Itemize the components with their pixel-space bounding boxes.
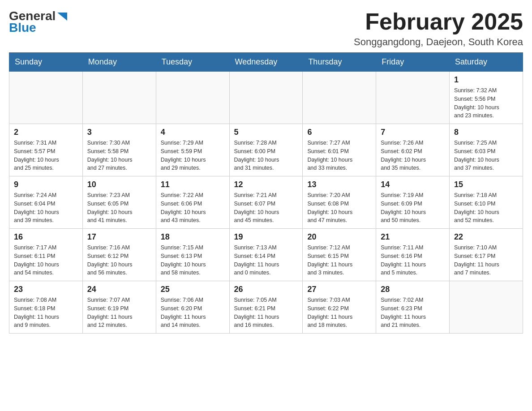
day-number: 4	[161, 128, 225, 137]
day-number: 3	[87, 128, 151, 137]
day-number: 2	[14, 128, 78, 137]
day-number: 28	[381, 285, 445, 294]
day-number: 11	[161, 180, 225, 189]
day-info: Sunrise: 7:18 AMSunset: 6:10 PMDaylight:…	[454, 191, 518, 225]
day-number: 7	[381, 128, 445, 137]
day-number: 26	[234, 285, 298, 294]
day-info: Sunrise: 7:24 AMSunset: 6:04 PMDaylight:…	[14, 191, 78, 225]
calendar-cell: 16Sunrise: 7:17 AMSunset: 6:11 PMDayligh…	[9, 229, 83, 281]
calendar-cell: 12Sunrise: 7:21 AMSunset: 6:07 PMDayligh…	[229, 176, 303, 229]
calendar-cell: 8Sunrise: 7:25 AMSunset: 6:03 PMDaylight…	[450, 124, 523, 176]
day-number: 17	[87, 232, 151, 242]
calendar-cell	[9, 72, 83, 124]
day-info: Sunrise: 7:06 AMSunset: 6:20 PMDaylight:…	[161, 296, 225, 330]
calendar-cell: 28Sunrise: 7:02 AMSunset: 6:23 PMDayligh…	[376, 281, 450, 334]
day-number: 9	[14, 180, 78, 189]
calendar-cell	[450, 281, 523, 334]
calendar-cell: 24Sunrise: 7:07 AMSunset: 6:19 PMDayligh…	[82, 281, 156, 334]
calendar-cell: 7Sunrise: 7:26 AMSunset: 6:02 PMDaylight…	[376, 124, 450, 176]
day-header-saturday: Saturday	[450, 53, 523, 72]
day-info: Sunrise: 7:11 AMSunset: 6:16 PMDaylight:…	[381, 244, 445, 277]
calendar-cell	[82, 72, 156, 124]
calendar-cell: 25Sunrise: 7:06 AMSunset: 6:20 PMDayligh…	[156, 281, 229, 334]
calendar-title: February 2025	[354, 9, 523, 34]
day-header-tuesday: Tuesday	[156, 53, 229, 72]
calendar-cell: 22Sunrise: 7:10 AMSunset: 6:17 PMDayligh…	[450, 229, 523, 281]
day-number: 6	[307, 128, 371, 137]
day-info: Sunrise: 7:23 AMSunset: 6:05 PMDaylight:…	[87, 191, 151, 225]
day-number: 19	[234, 232, 298, 242]
day-number: 16	[14, 232, 78, 242]
calendar-cell: 5Sunrise: 7:28 AMSunset: 6:00 PMDaylight…	[229, 124, 303, 176]
day-info: Sunrise: 7:16 AMSunset: 6:12 PMDaylight:…	[87, 244, 151, 277]
day-number: 1	[454, 75, 518, 85]
day-info: Sunrise: 7:03 AMSunset: 6:22 PMDaylight:…	[307, 296, 371, 330]
calendar-subtitle: Songgangdong, Daejeon, South Korea	[354, 36, 523, 48]
day-info: Sunrise: 7:30 AMSunset: 5:58 PMDaylight:…	[87, 139, 151, 172]
calendar-cell: 1Sunrise: 7:32 AMSunset: 5:56 PMDaylight…	[450, 72, 523, 124]
day-number: 15	[454, 180, 518, 189]
week-row-5: 23Sunrise: 7:08 AMSunset: 6:18 PMDayligh…	[9, 281, 523, 334]
day-number: 18	[161, 232, 225, 242]
day-info: Sunrise: 7:08 AMSunset: 6:18 PMDaylight:…	[14, 296, 78, 330]
days-of-week-row: SundayMondayTuesdayWednesdayThursdayFrid…	[9, 53, 523, 72]
calendar-cell: 14Sunrise: 7:19 AMSunset: 6:09 PMDayligh…	[376, 176, 450, 229]
day-info: Sunrise: 7:28 AMSunset: 6:00 PMDaylight:…	[234, 139, 298, 172]
day-info: Sunrise: 7:22 AMSunset: 6:06 PMDaylight:…	[161, 191, 225, 225]
logo-triangle-icon	[57, 13, 67, 21]
day-number: 12	[234, 180, 298, 189]
svg-marker-0	[57, 13, 67, 21]
day-info: Sunrise: 7:05 AMSunset: 6:21 PMDaylight:…	[234, 296, 298, 330]
day-number: 21	[381, 232, 445, 242]
day-info: Sunrise: 7:02 AMSunset: 6:23 PMDaylight:…	[381, 296, 445, 330]
day-number: 14	[381, 180, 445, 189]
calendar-cell: 23Sunrise: 7:08 AMSunset: 6:18 PMDayligh…	[9, 281, 83, 334]
calendar-cell: 4Sunrise: 7:29 AMSunset: 5:59 PMDaylight…	[156, 124, 229, 176]
day-info: Sunrise: 7:10 AMSunset: 6:17 PMDaylight:…	[454, 244, 518, 277]
day-header-monday: Monday	[82, 53, 156, 72]
day-number: 13	[307, 180, 371, 189]
calendar-cell: 27Sunrise: 7:03 AMSunset: 6:22 PMDayligh…	[303, 281, 376, 334]
calendar-cell: 2Sunrise: 7:31 AMSunset: 5:57 PMDaylight…	[9, 124, 83, 176]
day-info: Sunrise: 7:26 AMSunset: 6:02 PMDaylight:…	[381, 139, 445, 172]
calendar-header: SundayMondayTuesdayWednesdayThursdayFrid…	[9, 53, 523, 72]
day-info: Sunrise: 7:20 AMSunset: 6:08 PMDaylight:…	[307, 191, 371, 225]
week-row-1: 1Sunrise: 7:32 AMSunset: 5:56 PMDaylight…	[9, 72, 523, 124]
logo: General Blue	[9, 9, 67, 35]
calendar-cell: 26Sunrise: 7:05 AMSunset: 6:21 PMDayligh…	[229, 281, 303, 334]
day-number: 23	[14, 285, 78, 294]
calendar-cell: 20Sunrise: 7:12 AMSunset: 6:15 PMDayligh…	[303, 229, 376, 281]
calendar-body: 1Sunrise: 7:32 AMSunset: 5:56 PMDaylight…	[9, 72, 523, 334]
day-info: Sunrise: 7:29 AMSunset: 5:59 PMDaylight:…	[161, 139, 225, 172]
day-header-wednesday: Wednesday	[229, 53, 303, 72]
day-header-friday: Friday	[376, 53, 450, 72]
day-number: 5	[234, 128, 298, 137]
day-info: Sunrise: 7:17 AMSunset: 6:11 PMDaylight:…	[14, 244, 78, 277]
day-number: 25	[161, 285, 225, 294]
day-info: Sunrise: 7:13 AMSunset: 6:14 PMDaylight:…	[234, 244, 298, 277]
day-info: Sunrise: 7:12 AMSunset: 6:15 PMDaylight:…	[307, 244, 371, 277]
calendar-cell: 17Sunrise: 7:16 AMSunset: 6:12 PMDayligh…	[82, 229, 156, 281]
calendar-cell: 3Sunrise: 7:30 AMSunset: 5:58 PMDaylight…	[82, 124, 156, 176]
calendar-table: SundayMondayTuesdayWednesdayThursdayFrid…	[9, 52, 523, 334]
calendar-cell: 21Sunrise: 7:11 AMSunset: 6:16 PMDayligh…	[376, 229, 450, 281]
calendar-cell: 19Sunrise: 7:13 AMSunset: 6:14 PMDayligh…	[229, 229, 303, 281]
week-row-4: 16Sunrise: 7:17 AMSunset: 6:11 PMDayligh…	[9, 229, 523, 281]
calendar-cell: 9Sunrise: 7:24 AMSunset: 6:04 PMDaylight…	[9, 176, 83, 229]
day-number: 10	[87, 180, 151, 189]
day-info: Sunrise: 7:19 AMSunset: 6:09 PMDaylight:…	[381, 191, 445, 225]
calendar-cell	[229, 72, 303, 124]
day-header-thursday: Thursday	[303, 53, 376, 72]
calendar-cell: 6Sunrise: 7:27 AMSunset: 6:01 PMDaylight…	[303, 124, 376, 176]
day-header-sunday: Sunday	[9, 53, 83, 72]
day-info: Sunrise: 7:27 AMSunset: 6:01 PMDaylight:…	[307, 139, 371, 172]
calendar-cell	[376, 72, 450, 124]
calendar-cell: 10Sunrise: 7:23 AMSunset: 6:05 PMDayligh…	[82, 176, 156, 229]
day-info: Sunrise: 7:07 AMSunset: 6:19 PMDaylight:…	[87, 296, 151, 330]
week-row-3: 9Sunrise: 7:24 AMSunset: 6:04 PMDaylight…	[9, 176, 523, 229]
calendar-cell: 11Sunrise: 7:22 AMSunset: 6:06 PMDayligh…	[156, 176, 229, 229]
day-info: Sunrise: 7:21 AMSunset: 6:07 PMDaylight:…	[234, 191, 298, 225]
page-header: General Blue February 2025 Songgangdong,…	[9, 9, 523, 48]
logo-blue-text: Blue	[9, 21, 36, 34]
day-info: Sunrise: 7:25 AMSunset: 6:03 PMDaylight:…	[454, 139, 518, 172]
